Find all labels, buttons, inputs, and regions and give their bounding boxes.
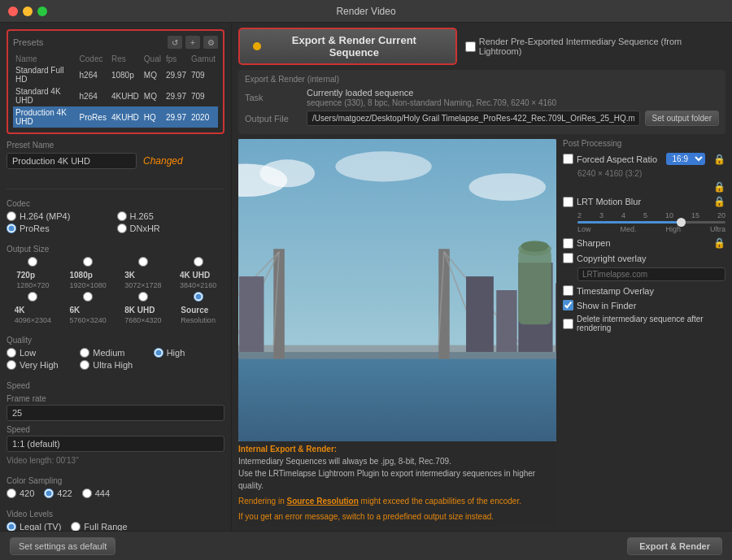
export-render-current-button[interactable]: Export & Render Current Sequence (238, 28, 457, 65)
cs-420[interactable]: 420 (7, 488, 34, 498)
final-export-render-button[interactable]: Export & Render (627, 537, 722, 555)
size-4k[interactable]: 4K4096×2304 (7, 292, 59, 324)
cs-422[interactable]: 422 (44, 488, 72, 498)
set-default-button[interactable]: Set settings as default (10, 537, 115, 555)
svg-point-23 (259, 159, 315, 187)
lrt-motion-blur-check[interactable]: LRT Motion Blur (563, 197, 641, 207)
codec-prores[interactable]: ProRes (7, 224, 115, 233)
size-8kuhd-radio[interactable] (138, 292, 148, 302)
presets-refresh-button[interactable]: ↺ (168, 36, 182, 49)
middle-content: Internal Export & Render: Intermediary S… (238, 139, 725, 526)
timestamp-overlay-checkbox[interactable] (563, 285, 573, 296)
copyright-overlay-checkbox[interactable] (563, 253, 573, 263)
quality-medium[interactable]: Medium (80, 348, 150, 358)
codec-dnxhr-radio[interactable] (117, 224, 127, 233)
vl-fullrange-radio[interactable] (71, 522, 81, 531)
framerate-input[interactable] (7, 405, 224, 421)
quality-veryhigh[interactable]: Very High (7, 360, 77, 370)
lrt-motion-blur-checkbox[interactable] (563, 197, 573, 207)
render-pre-text: Render Pre-Exported Intermediary Sequenc… (479, 37, 725, 56)
table-row[interactable]: Production 4K UHDProRes4KUHDHQ29.972020 (13, 106, 218, 128)
quality-low[interactable]: Low (7, 348, 77, 358)
output-file-input[interactable] (307, 111, 640, 126)
quality-low-radio[interactable] (7, 348, 16, 358)
copyright-overlay-check[interactable]: Copyright overlay (563, 253, 647, 263)
minimize-button[interactable] (23, 7, 33, 16)
info-line1: Intermediary Sequences will always be .j… (238, 455, 556, 467)
quality-high[interactable]: High (154, 348, 224, 358)
right-panel: Export & Render Current Sequence Render … (232, 23, 732, 531)
show-in-finder-label: Show in Finder (577, 301, 636, 310)
codec-prores-radio[interactable] (7, 224, 16, 233)
table-row[interactable]: Standard 4K UHDh2644KUHDMQ29.97709 (13, 85, 218, 106)
quality-medium-radio[interactable] (80, 348, 89, 358)
size-720p-radio[interactable] (28, 257, 37, 267)
size-6k-radio[interactable] (83, 292, 93, 302)
preset-name-section: Preset Name Changed (7, 141, 224, 174)
codec-h265-radio[interactable] (117, 211, 127, 221)
preview-info: Internal Export & Render: Intermediary S… (238, 441, 556, 526)
lrt-motion-blur-row: LRT Motion Blur 🔒 (563, 196, 725, 207)
codec-dnxhr-label: DNxHR (130, 224, 160, 233)
show-in-finder-row: Show in Finder (563, 300, 725, 310)
maximize-button[interactable] (37, 7, 47, 16)
cs-444-radio[interactable] (82, 488, 92, 498)
copyright-text-input[interactable] (577, 267, 725, 281)
aspect-ratio-dropdown[interactable]: 16:9 4:3 1:1 (666, 153, 705, 165)
presets-settings-button[interactable]: ⚙ (203, 36, 218, 49)
size-8kuhd[interactable]: 8K UHD7680×4320 (117, 292, 170, 324)
vl-legal[interactable]: Legal (TV) (7, 522, 61, 531)
close-button[interactable] (8, 7, 18, 16)
forced-aspect-ratio-check[interactable]: Forced Aspect Ratio (563, 154, 657, 164)
delete-intermediary-check[interactable]: Delete intermediary sequence after rende… (563, 315, 725, 332)
cs-422-radio[interactable] (44, 488, 54, 498)
quality-ultrahigh-radio[interactable] (80, 360, 89, 370)
quality-high-radio[interactable] (154, 348, 163, 358)
codec-h264mp4-radio[interactable] (7, 211, 16, 221)
render-pre-label[interactable]: Render Pre-Exported Intermediary Sequenc… (465, 37, 725, 56)
size-720p[interactable]: 720p1280×720 (7, 257, 59, 289)
size-4kuhd-radio[interactable] (194, 257, 203, 267)
size-source[interactable]: SourceResolution (172, 292, 224, 324)
svg-rect-20 (239, 276, 264, 352)
size-1080p[interactable]: 1080p1920×1080 (62, 257, 115, 289)
delete-intermediary-checkbox[interactable] (563, 319, 573, 329)
forced-aspect-ratio-checkbox[interactable] (563, 154, 573, 164)
codec-dnxhr[interactable]: DNxHR (117, 224, 225, 233)
size-3k[interactable]: 3K3072×1728 (117, 257, 170, 289)
presets-box: Presets ↺ + ⚙ Name Codec Res Qual fps Ga… (7, 29, 224, 134)
set-output-folder-button[interactable]: Set output folder (645, 111, 719, 126)
codec-h265[interactable]: H.265 (117, 211, 225, 221)
cs-444[interactable]: 444 (82, 488, 110, 498)
speed-section: Speed Frame rate Speed Video length: 00'… (7, 381, 224, 465)
size-4k-radio[interactable] (28, 292, 37, 302)
quality-ultrahigh[interactable]: Ultra High (80, 360, 150, 370)
svg-rect-3 (273, 249, 285, 358)
table-row[interactable]: Standard Full HDh2641080pMQ29.97709 (13, 64, 218, 85)
speed-label: Speed (7, 381, 224, 390)
speed-input[interactable] (7, 436, 224, 452)
svg-point-18 (521, 241, 549, 252)
sharpen-check[interactable]: Sharpen (563, 238, 611, 249)
codec-h264mp4[interactable]: H.264 (MP4) (7, 211, 115, 221)
size-source-radio[interactable] (194, 292, 203, 302)
timestamp-overlay-check[interactable]: Timestamp Overlay (563, 285, 654, 296)
size-1080p-radio[interactable] (83, 257, 93, 267)
lock-icon-1: 🔒 (713, 154, 725, 165)
show-in-finder-check[interactable]: Show in Finder (563, 300, 636, 310)
quality-veryhigh-radio[interactable] (7, 360, 16, 370)
cs-420-radio[interactable] (7, 488, 16, 498)
quality-grid: Low Medium High Very High Ultra High (7, 348, 224, 370)
svg-rect-12 (496, 290, 516, 352)
render-pre-checkbox[interactable] (465, 41, 476, 52)
show-in-finder-checkbox[interactable] (563, 300, 573, 310)
warning-line2: If you get an error message, switch to a… (238, 510, 556, 523)
vl-legal-radio[interactable] (7, 522, 16, 531)
sharpen-checkbox[interactable] (563, 238, 573, 249)
size-4kuhd[interactable]: 4K UHD3840×2160 (172, 257, 224, 289)
size-6k[interactable]: 6K5760×3240 (62, 292, 115, 324)
preset-name-input[interactable] (7, 153, 137, 169)
vl-fullrange[interactable]: Full Range (71, 522, 127, 531)
size-3k-radio[interactable] (138, 257, 148, 267)
presets-add-button[interactable]: + (185, 36, 200, 49)
